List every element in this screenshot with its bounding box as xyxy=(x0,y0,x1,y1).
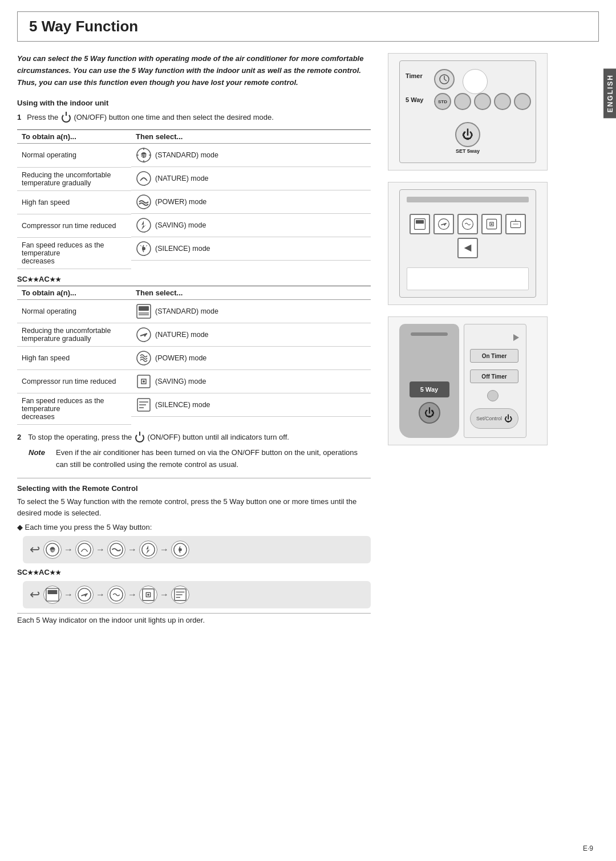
indoor-unit-diagram: Timer 5 Way STD xyxy=(388,53,548,170)
table-row: Reducing the uncomfortabletemperature gr… xyxy=(17,323,371,347)
svg-rect-13 xyxy=(139,306,149,311)
svg-text:STD: STD xyxy=(140,154,148,158)
left-column: You can select the 5 Way function with o… xyxy=(17,53,382,627)
table-row: Fan speed reduces as the temperaturedecr… xyxy=(17,393,371,425)
mode-name: (SILENCE) mode xyxy=(155,245,210,253)
obtain-cell: Reducing the uncomfortabletemperature gr… xyxy=(17,323,131,347)
seq-icon-silence xyxy=(171,541,189,559)
note-text: Even if the air conditioner has been tur… xyxy=(56,447,371,471)
seq-icon2-nature xyxy=(75,586,94,604)
table-row: Compressor run time reduced (SAVING) mod… xyxy=(17,370,371,393)
intro-text: You can select the 5 Way function with o… xyxy=(17,53,371,88)
seq-icon2-std xyxy=(43,586,62,604)
indoor-section: Using with the indoor unit 1 Press the (… xyxy=(17,99,371,627)
mode-name: (STANDARD) mode xyxy=(155,151,218,159)
step1-num: 1 xyxy=(17,112,21,124)
col1-header: To obtain a(n)... xyxy=(17,130,131,144)
seq-icon-saving xyxy=(139,541,157,559)
table-row: Normal operating STD xyxy=(17,144,371,168)
seq-icon2-silence xyxy=(171,586,189,604)
svg-rect-48 xyxy=(416,220,424,224)
arrow-icon: → xyxy=(96,545,105,555)
english-tab: ENGLISH xyxy=(603,68,616,118)
timer-label: Timer xyxy=(406,72,423,79)
curved-arrow-icon-2: ↩ xyxy=(30,587,40,602)
way5-label: 5 Way xyxy=(406,96,423,103)
mode-cell: (NATURE) mode xyxy=(131,167,371,190)
seq-icon-power xyxy=(107,541,125,559)
svg-point-53 xyxy=(491,223,492,225)
step2: 2 To stop the operating, press the (ON/O… xyxy=(17,432,371,444)
arrow-icon: → xyxy=(64,590,73,600)
obtain-cell: Normal operating xyxy=(17,144,131,168)
arrow-icon: → xyxy=(64,545,73,555)
indoor-heading: Using with the indoor unit xyxy=(17,99,371,107)
mode-cell: STD (STANDARD) mode xyxy=(131,144,371,167)
mode-cell: (SAVING) mode xyxy=(131,370,371,393)
obtain-cell: Compressor run time reduced xyxy=(17,370,131,393)
note-row: Note Even if the air conditioner has bee… xyxy=(29,447,371,471)
off-timer-btn[interactable]: Off Timer xyxy=(470,369,518,383)
remote-text: To select the 5 Way function with the re… xyxy=(17,496,371,520)
set5way-label: SET 5way xyxy=(456,148,480,154)
svg-text:STD: STD xyxy=(49,549,55,553)
obtain-cell: Compressor run time reduced xyxy=(17,214,131,237)
page-number: E·9 xyxy=(583,844,593,852)
table-row: Compressor run time reduced (SAVING) mod… xyxy=(17,214,371,237)
svg-line-46 xyxy=(444,79,447,81)
table-row: Reducing the uncomfortabletemperature gr… xyxy=(17,167,371,190)
mode-name: (NATURE) mode xyxy=(155,331,209,339)
arrow-icon: → xyxy=(160,545,169,555)
seq-icon-std: STD xyxy=(43,541,62,559)
svg-point-28 xyxy=(78,543,91,556)
right-column: Timer 5 Way STD xyxy=(382,53,548,627)
arrow-icon: → xyxy=(128,545,137,555)
mode-name: (SAVING) mode xyxy=(155,377,206,385)
arrow-icon: → xyxy=(128,590,137,600)
bullet-text: ◆ Each time you press the 5 Way button: xyxy=(17,523,371,531)
sc-label-2: SC★★AC★★ xyxy=(17,568,371,576)
table-row: Normal operating (STANDARD) mode xyxy=(17,299,371,323)
obtain-cell: High fan speed xyxy=(17,347,131,370)
obtain-cell: High fan speed xyxy=(17,190,131,214)
seq-icon2-power xyxy=(107,586,125,604)
bottom-note: Each 5 Way indicator on the indoor unit … xyxy=(17,613,371,627)
sc-label-1: SC★★AC★★ xyxy=(17,275,371,283)
obtain-cell: Normal operating xyxy=(17,299,131,323)
page-title: 5 Way Function xyxy=(29,18,587,35)
mode-cell: (STANDARD) mode xyxy=(131,300,371,323)
obtain-cell: Fan speed reduces as the temperaturedecr… xyxy=(17,237,131,269)
on-timer-btn[interactable]: On Timer xyxy=(470,349,518,363)
mode-cell: (SILENCE) mode xyxy=(131,237,371,261)
svg-point-39 xyxy=(147,594,149,596)
col1-header-2: To obtain a(n)... xyxy=(17,286,131,299)
note-label: Note xyxy=(29,447,51,471)
mode-name: (NATURE) mode xyxy=(155,174,209,182)
obtain-cell: Fan speed reduces as the temperaturedecr… xyxy=(17,393,131,425)
remote-diagram: 5 Way ⏻ On Timer Off Tim xyxy=(388,316,548,445)
col2-header: Then select... xyxy=(131,130,371,144)
table-row: High fan speed (POWER) mode xyxy=(17,190,371,214)
svg-point-11 xyxy=(142,247,145,250)
svg-rect-34 xyxy=(48,590,58,594)
mode-cell: (POWER) mode xyxy=(131,347,371,370)
step1: 1 Press the (ON/OFF) button one time and… xyxy=(17,112,371,124)
remote-heading: Selecting with the Remote Control xyxy=(17,484,371,493)
mode-cell: (POWER) mode xyxy=(131,190,371,214)
mode-table-2: To obtain a(n)... Then select... Normal … xyxy=(17,286,371,425)
arrow-sequence-1: ↩ STD → → xyxy=(23,536,371,563)
mode-name: (POWER) mode xyxy=(155,354,206,362)
arrow-icon: → xyxy=(160,590,169,600)
svg-point-7 xyxy=(137,172,151,185)
mode-cell: (SAVING) mode xyxy=(131,214,371,237)
seq-icon2-saving xyxy=(139,586,157,604)
table-row: High fan speed (POWER) mode xyxy=(17,347,371,370)
step2-num: 2 xyxy=(17,432,21,444)
step2-text: To stop the operating, press the (ON/OFF… xyxy=(28,432,289,444)
way5-btn: 5 Way xyxy=(420,386,438,393)
svg-point-20 xyxy=(143,380,145,383)
mode-table-1: To obtain a(n)... Then select... Normal … xyxy=(17,129,371,269)
divider xyxy=(17,478,371,478)
step1-text: Press the (ON/OFF) button one time and t… xyxy=(27,112,274,124)
arrow-icon: → xyxy=(96,590,105,600)
